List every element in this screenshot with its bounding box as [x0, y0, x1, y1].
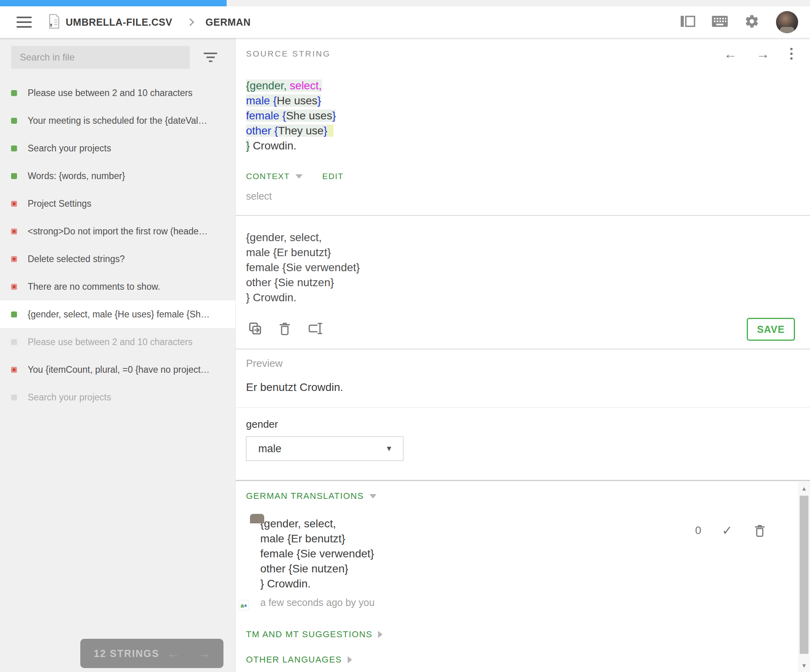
list-item[interactable]: Words: {words, number} — [0, 162, 235, 190]
strings-count-pill: 12 STRINGS ← → — [80, 639, 223, 668]
preview-text: Er benutzt Crowdin. — [246, 381, 343, 394]
strings-count-label: 12 STRINGS — [94, 648, 159, 659]
previous-page-arrow-icon[interactable]: ← — [167, 647, 180, 660]
breadcrumb-language: GERMAN — [206, 17, 251, 28]
status-icon — [11, 367, 17, 373]
scrollbar-thumb[interactable] — [800, 496, 808, 654]
status-icon — [11, 145, 17, 151]
gender-select[interactable]: male ▼ — [246, 436, 403, 461]
translation-entry: a {gender, select, male {Er benutzt} fem… — [246, 516, 676, 608]
list-item-label: Search your projects — [28, 143, 111, 154]
breadcrumb: , UMBRELLA-FILE.CSV GERMAN — [48, 14, 251, 30]
search-input[interactable] — [11, 46, 190, 69]
list-item-label: Words: {words, number} — [28, 171, 125, 181]
delete-entry-icon[interactable] — [753, 523, 766, 538]
context-caret-icon — [295, 174, 303, 179]
context-toggle[interactable]: CONTEXT — [246, 172, 303, 181]
other-languages-expand-icon — [348, 656, 352, 663]
translation-input[interactable]: {gender, select, male {Er benutzt} femal… — [246, 230, 786, 309]
divider — [236, 349, 810, 349]
file-progress-fill — [0, 0, 227, 6]
list-item[interactable]: Your meeting is scheduled for the {dateV… — [0, 107, 235, 134]
vote-count: 0 — [695, 524, 702, 537]
list-item[interactable]: Please use between 2 and 10 characters — [0, 79, 235, 107]
list-item-label: Your meeting is scheduled for the {dateV… — [28, 115, 207, 126]
more-options-icon[interactable] — [789, 46, 794, 61]
list-item-label: <strong>Do not import the first row (hea… — [28, 226, 208, 237]
list-item[interactable]: There are no comments to show. — [0, 273, 235, 300]
status-icon — [11, 90, 17, 96]
list-item-label: Please use between 2 and 10 characters — [28, 88, 193, 98]
breadcrumb-file-name[interactable]: UMBRELLA-FILE.CSV — [66, 17, 172, 28]
status-icon — [11, 228, 17, 234]
list-item[interactable]: Search your projects — [0, 383, 235, 411]
tm-mt-suggestions-toggle[interactable]: TM AND MT SUGGESTIONS — [246, 629, 382, 640]
translation-entry-text: {gender, select, male {Er benutzt} femal… — [260, 516, 375, 591]
list-item-label: {gender, select, male {He uses} female {… — [28, 309, 210, 320]
list-item[interactable]: Project Settings — [0, 190, 235, 217]
list-item-label: You {itemCount, plural, =0 {have no proj… — [28, 364, 210, 375]
editor-panel: SOURCE STRING ← → {gender, select,male {… — [235, 38, 810, 672]
status-icon — [11, 284, 17, 290]
translation-entry-meta: a few seconds ago by you — [260, 597, 375, 608]
list-item-label: Please use between 2 and 10 characters — [28, 337, 193, 347]
divider — [236, 407, 810, 408]
strings-sidebar: Please use between 2 and 10 charactersYo… — [0, 38, 235, 672]
tm-expand-icon — [378, 631, 382, 638]
gender-select-value: male — [258, 443, 282, 455]
file-progress-bar — [0, 0, 810, 6]
svg-text:,: , — [49, 16, 52, 27]
csv-file-icon: , — [48, 14, 60, 30]
german-translations-toggle[interactable]: GERMAN TRANSLATIONS — [246, 491, 377, 501]
status-icon — [11, 311, 17, 317]
translation-badge-icon: a — [239, 600, 248, 610]
list-item[interactable]: Delete selected strings? — [0, 245, 235, 273]
status-icon — [11, 118, 17, 124]
side-by-side-view-icon[interactable] — [680, 15, 695, 29]
status-icon — [11, 173, 17, 179]
save-button[interactable]: SAVE — [747, 318, 795, 341]
preview-label: Preview — [246, 357, 282, 370]
filter-icon[interactable] — [201, 50, 220, 64]
other-languages-toggle[interactable]: OTHER LANGUAGES — [246, 655, 352, 665]
translations-caret-icon — [369, 494, 377, 498]
context-value: select — [246, 191, 272, 202]
delete-translation-icon[interactable] — [278, 321, 292, 336]
scroll-up-icon[interactable]: ▲ — [798, 482, 810, 494]
divider — [236, 480, 810, 481]
select-caret-icon: ▼ — [385, 444, 393, 453]
next-page-arrow-icon[interactable]: → — [197, 647, 210, 660]
list-item[interactable]: {gender, select, male {He uses} female {… — [0, 300, 235, 328]
next-string-icon[interactable]: → — [756, 47, 770, 60]
top-bar: , UMBRELLA-FILE.CSV GERMAN — [0, 6, 810, 38]
list-item-label: Search your projects — [28, 392, 111, 403]
source-string-title: SOURCE STRING — [246, 49, 331, 59]
list-item[interactable]: You {itemCount, plural, =0 {have no proj… — [0, 356, 235, 383]
source-string-text: {gender, select,male {He uses}female {Sh… — [246, 78, 336, 153]
breadcrumb-chevron-icon — [186, 18, 194, 26]
status-icon — [11, 339, 17, 345]
list-item-label: Delete selected strings? — [28, 254, 125, 264]
list-item[interactable]: <strong>Do not import the first row (hea… — [0, 217, 235, 245]
settings-gear-icon[interactable] — [744, 14, 759, 30]
divider — [236, 215, 810, 216]
translations-scrollbar[interactable]: ▲ ▼ — [798, 481, 810, 672]
keyboard-shortcuts-icon[interactable] — [712, 16, 728, 28]
translation-entry-actions: 0 ✓ — [695, 523, 766, 538]
clear-translation-icon[interactable] — [307, 321, 324, 336]
preview-param-label: gender — [246, 418, 278, 430]
approve-check-icon[interactable]: ✓ — [722, 524, 732, 537]
status-icon — [11, 395, 17, 400]
status-icon — [11, 256, 17, 262]
string-list: Please use between 2 and 10 charactersYo… — [0, 79, 235, 411]
previous-string-icon[interactable]: ← — [724, 47, 737, 60]
list-item-label: There are no comments to show. — [28, 281, 160, 292]
user-avatar[interactable] — [776, 11, 798, 33]
menu-icon[interactable] — [17, 17, 32, 28]
copy-source-icon[interactable] — [248, 321, 263, 336]
scroll-down-icon[interactable]: ▼ — [798, 659, 810, 671]
list-item[interactable]: Search your projects — [0, 134, 235, 162]
list-item-label: Project Settings — [28, 198, 91, 209]
list-item[interactable]: Please use between 2 and 10 characters — [0, 328, 235, 356]
context-edit-button[interactable]: EDIT — [322, 172, 344, 181]
